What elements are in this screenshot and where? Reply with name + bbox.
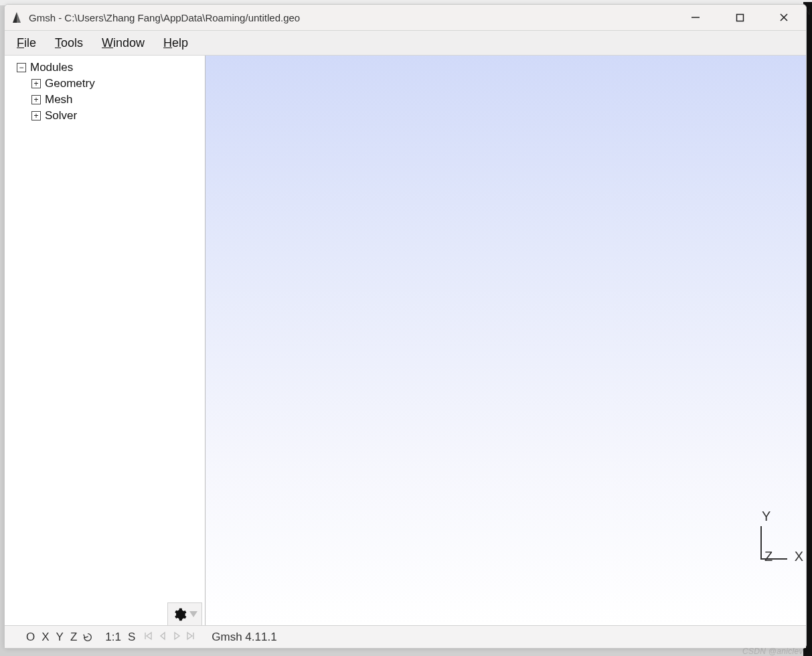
menu-file-label: ile: [24, 36, 36, 50]
playback-controls: [143, 631, 195, 644]
step-last-icon[interactable]: [186, 631, 195, 644]
dropdown-icon[interactable]: [189, 611, 197, 617]
app-window: Gmsh - C:\Users\Zhang Fang\AppData\Roami…: [4, 4, 807, 649]
axis-x-label: X: [795, 549, 803, 564]
axis-x-line: [760, 558, 787, 560]
axis-z-label: Z: [764, 549, 773, 564]
work-area: − Modules + Geometry + Mesh + Solver: [5, 56, 806, 625]
expand-icon[interactable]: +: [31, 79, 41, 88]
expand-icon[interactable]: +: [31, 111, 41, 120]
step-prev-icon[interactable]: [158, 631, 167, 644]
axis-y-label: Y: [762, 509, 770, 524]
close-button[interactable]: [762, 5, 806, 30]
tree-label: Mesh: [45, 92, 73, 108]
view-z-button[interactable]: Z: [69, 631, 78, 644]
maximize-button[interactable]: [718, 5, 762, 30]
tree-label: Geometry: [45, 76, 95, 92]
view-origin-button[interactable]: O: [25, 631, 36, 644]
window-controls: [673, 5, 806, 30]
tree-label: Solver: [45, 108, 77, 124]
status-message: Gmsh 4.11.1: [212, 631, 276, 644]
scale-button[interactable]: 1:1: [104, 631, 123, 644]
menu-window[interactable]: Window: [102, 36, 145, 50]
step-first-icon[interactable]: [143, 631, 153, 644]
menu-tools-label: ools: [61, 36, 83, 50]
minimize-button[interactable]: [673, 5, 718, 30]
axis-y-line: [760, 526, 762, 558]
view-x-button[interactable]: X: [40, 631, 50, 644]
view-y-button[interactable]: Y: [55, 631, 65, 644]
tree-label: Modules: [30, 60, 73, 76]
viewport-canvas[interactable]: Y Z X: [206, 56, 806, 625]
axes-gizmo: Y Z X: [734, 522, 794, 577]
sidebar: − Modules + Geometry + Mesh + Solver: [5, 56, 206, 625]
menu-tools[interactable]: Tools: [55, 36, 83, 50]
expand-icon[interactable]: +: [31, 95, 41, 104]
tree-item-modules[interactable]: − Modules: [5, 60, 205, 76]
mode-button[interactable]: S: [127, 631, 137, 644]
menu-file[interactable]: File: [17, 36, 36, 50]
tree-item-mesh[interactable]: + Mesh: [5, 92, 205, 108]
tree-item-geometry[interactable]: + Geometry: [5, 76, 205, 92]
svg-line-4: [781, 14, 787, 21]
svg-marker-0: [13, 12, 17, 23]
watermark: CSDN @aniclever: [742, 647, 811, 656]
status-bar: O X Y Z 1:1 S Gmsh 4.11.1: [5, 625, 806, 648]
tree-item-solver[interactable]: + Solver: [5, 108, 205, 124]
svg-line-5: [781, 14, 787, 21]
play-icon[interactable]: [173, 631, 181, 644]
menu-bar: File Tools Window Help: [5, 30, 806, 56]
svg-marker-1: [17, 12, 21, 23]
menu-window-label: indow: [113, 36, 145, 50]
title-bar[interactable]: Gmsh - C:\Users\Zhang Fang\AppData\Roami…: [5, 5, 806, 30]
app-icon: [10, 11, 23, 24]
collapse-icon[interactable]: −: [17, 63, 26, 72]
menu-help[interactable]: Help: [163, 36, 188, 50]
module-tree: − Modules + Geometry + Mesh + Solver: [5, 60, 205, 124]
sidebar-options: [167, 602, 202, 625]
window-title: Gmsh - C:\Users\Zhang Fang\AppData\Roami…: [29, 12, 300, 23]
svg-rect-3: [736, 14, 743, 21]
menu-help-label: elp: [172, 36, 188, 50]
gear-icon[interactable]: [172, 607, 187, 622]
rotate-icon[interactable]: [82, 632, 93, 643]
